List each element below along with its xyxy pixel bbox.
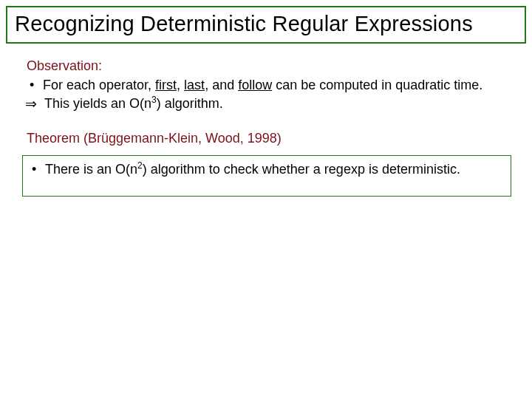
implication-text: This yields an O(n3) algorithm. (44, 95, 510, 114)
obs-sep1: , (177, 78, 184, 92)
obs-text-prefix: For each operator, (43, 78, 155, 92)
spacer (27, 113, 510, 129)
observation-label: Observation: (27, 57, 510, 75)
term-follow: follow (238, 78, 272, 92)
slide: Recognizing Deterministic Regular Expres… (0, 0, 532, 399)
slide-body: Observation: • For each operator, first,… (6, 57, 526, 197)
theorem-label: Theorem (Brüggemann-Klein, Wood, 1998) (27, 129, 510, 147)
implies-icon: ⇒ (25, 95, 44, 114)
theorem-box: • There is an O(n2) algorithm to check w… (22, 155, 511, 197)
implies-post: ) algorithm. (157, 96, 223, 111)
theorem-bullet-text: There is an O(n2) algorithm to check whe… (45, 160, 503, 178)
bullet-icon: • (30, 76, 43, 94)
observation-bullet-text: For each operator, first, last, and foll… (43, 76, 510, 94)
obs-sep2: , and (205, 78, 238, 92)
theorem-bullet: • There is an O(n2) algorithm to check w… (32, 160, 503, 178)
implies-exp: 3 (151, 95, 157, 105)
observation-implication: ⇒ This yields an O(n3) algorithm. (25, 95, 510, 114)
bullet-icon: • (32, 160, 45, 178)
thm-exp: 2 (137, 160, 143, 171)
thm-post: ) algorithm to check whether a regexp is… (143, 162, 460, 177)
observation-bullet: • For each operator, first, last, and fo… (30, 76, 510, 94)
obs-text-suffix: can be computed in quadratic time. (272, 78, 482, 92)
slide-title: Recognizing Deterministic Regular Expres… (15, 12, 517, 36)
implies-pre: This yields an O(n (44, 96, 151, 111)
term-last: last (184, 78, 205, 92)
title-box: Recognizing Deterministic Regular Expres… (6, 6, 526, 44)
thm-pre: There is an O(n (45, 162, 137, 177)
term-first: first (155, 78, 177, 92)
